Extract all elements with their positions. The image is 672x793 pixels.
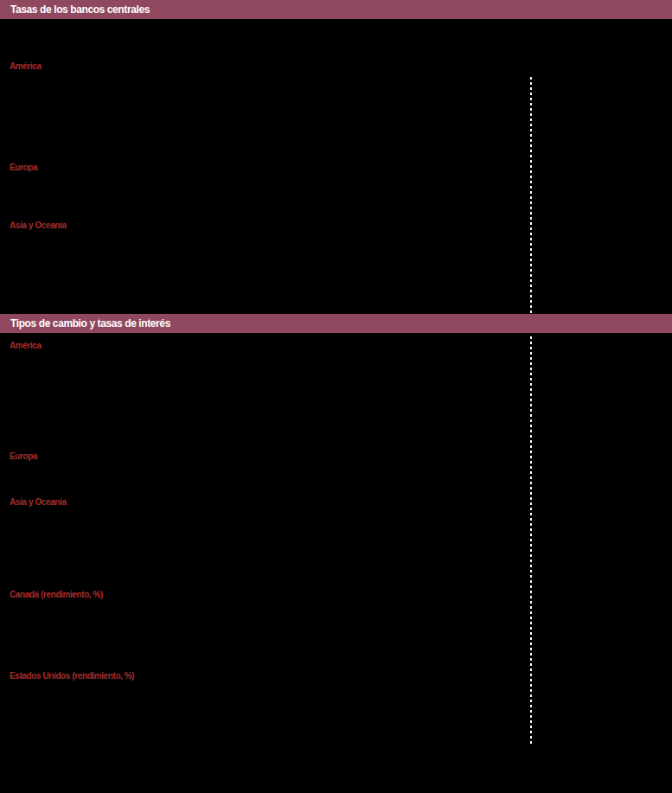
group-label-america-2: América: [10, 341, 42, 351]
section-header-fx-interest-rates: Tipos de cambio y tasas de interés: [0, 314, 672, 333]
group-label-asia-oceania-2: Asia y Oceanía: [10, 497, 67, 508]
section-title-fx-interest-rates: Tipos de cambio y tasas de interés: [0, 317, 170, 329]
group-label-canada-yield: Canadá (rendimiento, %): [10, 590, 103, 600]
forecast-divider-line-2: [530, 336, 532, 746]
group-label-europa-2: Europa: [10, 451, 37, 462]
group-label-asia-oceania-1: Asia y Oceanía: [10, 221, 67, 231]
group-label-america-1: América: [10, 61, 42, 72]
group-label-estados-unidos-yield: Estados Unidos (rendimiento, %): [10, 671, 134, 681]
section-title-central-bank-rates: Tasas de los bancos centrales: [0, 3, 150, 16]
section-header-central-bank-rates: Tasas de los bancos centrales: [0, 0, 672, 19]
report-page: Tasas de los bancos centrales América Eu…: [0, 0, 672, 793]
group-label-europa-1: Europa: [10, 163, 37, 173]
forecast-divider-line-1: [530, 77, 532, 314]
